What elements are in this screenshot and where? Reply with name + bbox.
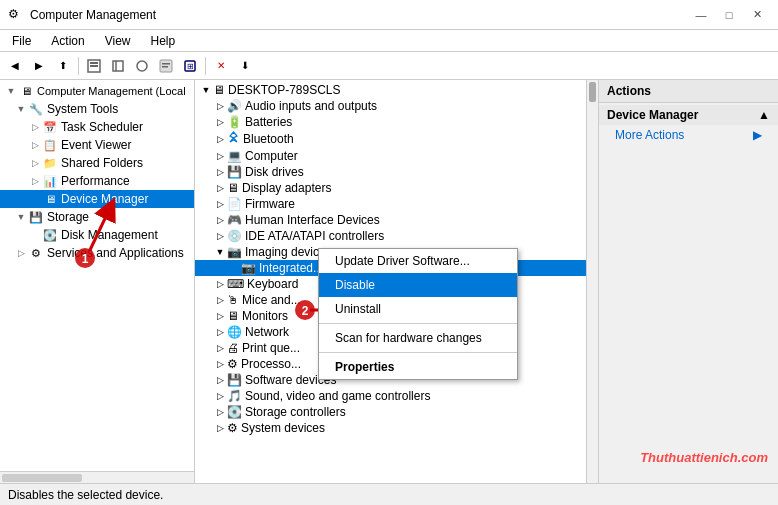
ctx-properties[interactable]: Properties	[319, 355, 517, 379]
device-storage-ctrl[interactable]: ▷ 💽 Storage controllers	[195, 404, 598, 420]
device-sound[interactable]: ▷ 🎵 Sound, video and game controllers	[195, 388, 598, 404]
device-bluetooth[interactable]: ▷ Bluetooth	[195, 130, 598, 148]
tree-task-scheduler[interactable]: ▷ 📅 Task Scheduler	[0, 118, 194, 136]
device-hid[interactable]: ▷ 🎮 Human Interface Devices	[195, 212, 598, 228]
forward-button[interactable]: ▶	[28, 55, 50, 77]
computer-mgmt-icon: 🖥	[18, 83, 34, 99]
display-arrow: ▷	[213, 183, 227, 193]
disk-management-label: Disk Management	[61, 228, 158, 242]
tree-performance[interactable]: ▷ 📊 Performance	[0, 172, 194, 190]
firmware-icon: 📄	[227, 197, 242, 211]
menu-action[interactable]: Action	[43, 32, 92, 50]
firmware-arrow: ▷	[213, 199, 227, 209]
proc-label: Processo...	[241, 357, 301, 371]
window-controls: — □ ✕	[688, 5, 770, 25]
ctx-disable[interactable]: Disable	[319, 273, 517, 297]
device-computer[interactable]: ▷ 💻 Computer	[195, 148, 598, 164]
storage-ctrl-arrow: ▷	[213, 407, 227, 417]
up-button[interactable]: ⬆	[52, 55, 74, 77]
bluetooth-arrow: ▷	[213, 134, 227, 144]
camera-icon: 📷	[241, 261, 256, 275]
proc-icon: ⚙	[227, 357, 238, 371]
back-button[interactable]: ◀	[4, 55, 26, 77]
computer-arrow: ▷	[213, 151, 227, 161]
toolbar-btn-6[interactable]: ⬇	[234, 55, 256, 77]
audio-label: Audio inputs and outputs	[245, 99, 377, 113]
toolbar-btn-2[interactable]	[107, 55, 129, 77]
toolbar-btn-3[interactable]	[131, 55, 153, 77]
toolbar-btn-5[interactable]: ⊞	[179, 55, 201, 77]
ide-arrow: ▷	[213, 231, 227, 241]
display-label: Display adapters	[242, 181, 331, 195]
tree-root[interactable]: ▼ 🖥 Computer Management (Local	[0, 82, 194, 100]
services-label: Services and Applications	[47, 246, 184, 260]
toolbar-btn-4[interactable]	[155, 55, 177, 77]
more-actions-link[interactable]: More Actions ▶	[599, 125, 778, 145]
storage-icon: 💾	[28, 209, 44, 225]
left-panel: ▼ 🖥 Computer Management (Local ▼ 🔧 Syste…	[0, 80, 195, 483]
left-horiz-scroll[interactable]	[0, 471, 195, 483]
performance-label: Performance	[61, 174, 130, 188]
ctx-update-driver[interactable]: Update Driver Software...	[319, 249, 517, 273]
device-audio[interactable]: ▷ 🔊 Audio inputs and outputs	[195, 98, 598, 114]
actions-section: Device Manager ▲ More Actions ▶	[599, 103, 778, 147]
performance-icon: 📊	[42, 173, 58, 189]
device-computer-root[interactable]: ▼ 🖥 DESKTOP-789SCLS	[195, 82, 598, 98]
audio-arrow: ▷	[213, 101, 227, 111]
menu-bar: File Action View Help	[0, 30, 778, 52]
device-scrollbar[interactable]	[586, 80, 598, 483]
imaging-icon: 📷	[227, 245, 242, 259]
tree-event-viewer[interactable]: ▷ 📋 Event Viewer	[0, 136, 194, 154]
system-tools-arrow: ▼	[14, 104, 28, 114]
disk-management-icon: 💽	[42, 227, 58, 243]
tree-storage[interactable]: ▼ 💾 Storage	[0, 208, 194, 226]
ctx-uninstall[interactable]: Uninstall	[319, 297, 517, 321]
device-batteries[interactable]: ▷ 🔋 Batteries	[195, 114, 598, 130]
svg-point-5	[137, 61, 147, 71]
minimize-button[interactable]: —	[688, 5, 714, 25]
keyboard-label: Keyboard	[247, 277, 298, 291]
menu-help[interactable]: Help	[143, 32, 184, 50]
svg-rect-3	[113, 61, 123, 71]
device-manager-label: Device Manager	[61, 192, 148, 206]
print-label: Print que...	[242, 341, 300, 355]
device-manager-icon: 🖥	[42, 191, 58, 207]
batteries-arrow: ▷	[213, 117, 227, 127]
maximize-button[interactable]: □	[716, 5, 742, 25]
menu-view[interactable]: View	[97, 32, 139, 50]
device-display[interactable]: ▷ 🖥 Display adapters	[195, 180, 598, 196]
shared-folders-arrow: ▷	[28, 158, 42, 168]
window-title: Computer Management	[30, 8, 156, 22]
ctx-sep-2	[319, 352, 517, 353]
svg-marker-11	[230, 132, 237, 142]
mice-arrow: ▷	[213, 295, 227, 305]
close-button[interactable]: ✕	[744, 5, 770, 25]
app-icon: ⚙	[8, 7, 24, 23]
print-arrow: ▷	[213, 343, 227, 353]
tree-system-tools[interactable]: ▼ 🔧 System Tools	[0, 100, 194, 118]
bluetooth-label: Bluetooth	[243, 132, 294, 146]
delete-button[interactable]: ✕	[210, 55, 232, 77]
tree-disk-management[interactable]: 💽 Disk Management	[0, 226, 194, 244]
toolbar-btn-1[interactable]	[83, 55, 105, 77]
menu-file[interactable]: File	[4, 32, 39, 50]
device-ide[interactable]: ▷ 💿 IDE ATA/ATAPI controllers	[195, 228, 598, 244]
tree-shared-folders[interactable]: ▷ 📁 Shared Folders	[0, 154, 194, 172]
sound-icon: 🎵	[227, 389, 242, 403]
device-system-dev[interactable]: ▷ ⚙ System devices	[195, 420, 598, 436]
system-tools-label: System Tools	[47, 102, 118, 116]
device-firmware[interactable]: ▷ 📄 Firmware	[195, 196, 598, 212]
audio-icon: 🔊	[227, 99, 242, 113]
tree-device-manager[interactable]: 🖥 Device Manager	[0, 190, 194, 208]
network-arrow: ▷	[213, 327, 227, 337]
ctx-scan[interactable]: Scan for hardware changes	[319, 326, 517, 350]
status-text: Disables the selected device.	[8, 488, 163, 502]
monitors-arrow: ▷	[213, 311, 227, 321]
ide-label: IDE ATA/ATAPI controllers	[245, 229, 384, 243]
computer-label: Computer	[245, 149, 298, 163]
disk-arrow: ▷	[213, 167, 227, 177]
services-arrow: ▷	[14, 248, 28, 258]
tree-services[interactable]: ▷ ⚙ Services and Applications	[0, 244, 194, 262]
device-disk-drives[interactable]: ▷ 💾 Disk drives	[195, 164, 598, 180]
system-dev-arrow: ▷	[213, 423, 227, 433]
